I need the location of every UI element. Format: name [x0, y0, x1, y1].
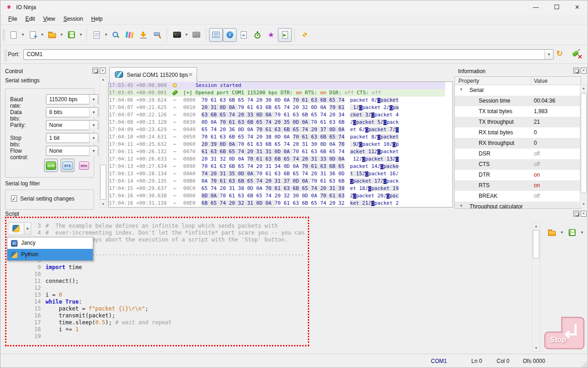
maximize-button[interactable] [546, 0, 567, 14]
table-row[interactable]: Session time00:04:36 [455, 96, 581, 106]
chevron-down-icon[interactable]: ▼ [459, 204, 463, 208]
table-row[interactable]: CTSoff [455, 159, 581, 170]
open-button[interactable] [45, 28, 59, 42]
log-row[interactable]: 17:04:10 +00:24.631←0050 70 61 63 6B 65 … [109, 133, 445, 141]
information-table-header[interactable]: Property Value [455, 77, 581, 85]
scroll-up-icon[interactable]: ▲ [100, 76, 107, 83]
table-row[interactable]: DTRon [455, 170, 581, 180]
scroll-up-icon[interactable]: ▲ [580, 85, 587, 92]
close-port-icon[interactable]: ✕ [571, 50, 582, 59]
terminal-dropdown[interactable]: ▼ [184, 28, 189, 42]
menu-item-python[interactable]: Python [7, 249, 93, 260]
bookmark-button[interactable]: ★ [264, 28, 278, 42]
highlight-button[interactable] [123, 28, 136, 42]
chevron-down-icon[interactable]: ▼ [89, 133, 98, 143]
log-navigate-button[interactable]: « [237, 28, 250, 42]
resize-grip[interactable] [581, 361, 587, 367]
log-row[interactable]: 17:04:16 +00:31.138←00E0 6B 65 74 20 32 … [109, 200, 445, 207]
log-row[interactable]: 17:04:15 +00:29.637←00C0 65 74 20 31 38 … [109, 185, 445, 192]
timer-button[interactable] [250, 28, 264, 42]
log-row[interactable]: 17:04:13 +00:27.634←0090 70 61 63 6B 65 … [109, 163, 445, 170]
script-language-button[interactable] [8, 222, 24, 235]
menu-edit[interactable]: Edit [21, 14, 39, 23]
field-combobox[interactable]: 1 bit▼ [46, 133, 98, 143]
log-row[interactable]: 17:04:09 +00:23.629←0040 65 74 20 36 0D … [109, 126, 445, 133]
import-log-button[interactable] [136, 28, 150, 42]
new-session-button[interactable]: + [26, 28, 40, 42]
table-row[interactable]: BREAKoff [455, 191, 581, 201]
log-row[interactable]: 17:04:07 +00:21.625←0010 20 31 0D 0A 70 … [109, 104, 445, 111]
tab-serial-session[interactable]: Serial COM1 115200 bps ✕ [109, 67, 197, 82]
log-row[interactable]: 17:03:45 +00:00.000Session started [109, 82, 445, 89]
serial-setting-changes-checkbox[interactable]: ✓ [11, 196, 17, 201]
menu-session[interactable]: Session [59, 14, 87, 23]
log-row[interactable]: 17:04:06 +00:20.624←0000 70 61 63 6B 65 … [109, 97, 445, 104]
close-panel-icon[interactable]: × [581, 68, 587, 74]
log-row[interactable]: 17:04:12 +00:26.633←0080 20 31 32 0D 0A … [109, 155, 445, 163]
log-row[interactable]: 17:04:08 +00:23.128←0030 0D 0A 70 61 63 … [109, 119, 445, 126]
toolbar-grip[interactable] [2, 29, 5, 41]
rts-toggle-button[interactable]: RTS [61, 159, 74, 172]
field-combobox[interactable]: 115200 bps▼ [46, 94, 98, 104]
value-column-header[interactable]: Value [534, 78, 548, 84]
save-dropdown[interactable]: ▼ [78, 28, 84, 42]
tab-close-icon[interactable]: ✕ [188, 71, 193, 78]
save-script-button[interactable] [565, 226, 578, 239]
chevron-down-icon[interactable]: ▼ [89, 95, 98, 104]
script-language-dropdown[interactable]: ▼ [24, 222, 31, 235]
new-file-dropdown[interactable]: ▼ [20, 28, 26, 42]
new-session-dropdown[interactable]: ▼ [40, 28, 45, 42]
stop-script-button[interactable]: Stop [543, 316, 586, 350]
field-combobox[interactable]: 8 bits▼ [46, 107, 98, 117]
menu-view[interactable]: View [39, 14, 59, 23]
brk-toggle-button[interactable]: BRK [77, 159, 91, 172]
table-row[interactable]: TX throughput21 [455, 117, 581, 127]
chevron-down-icon[interactable]: ▼ [459, 87, 463, 92]
log-row[interactable]: 17:04:14 +00:29.135←00B0 0A 70 61 63 6B … [109, 178, 445, 185]
toggle-information-panel-button[interactable]: i [223, 28, 237, 42]
port-dropdown-button[interactable]: ▼ [544, 50, 553, 59]
log-row[interactable]: 17:04:13 +00:28.134←00A0 74 20 31 35 0D … [109, 170, 445, 178]
chevron-down-icon[interactable]: ▼ [89, 121, 98, 130]
toggle-script-panel-button[interactable]: ▶ [278, 28, 292, 42]
chevron-down-icon[interactable]: ▼ [89, 146, 98, 156]
field-combobox[interactable]: None▼ [46, 146, 98, 156]
menu-file[interactable]: File [4, 14, 21, 23]
minimize-button[interactable]: — [526, 0, 546, 14]
scroll-down-icon[interactable]: ▼ [580, 201, 587, 207]
settings-button[interactable] [298, 28, 311, 42]
close-button[interactable]: ✕ [567, 0, 588, 14]
log-row[interactable]: 17:03:45 +00:00.001[+] Opened port COM1 … [109, 89, 445, 97]
chevron-down-icon[interactable]: ▼ [89, 108, 98, 117]
log-file-button[interactable] [90, 28, 103, 42]
log-row[interactable]: 17:04:07 +00:22.126←0020 63 6B 65 74 20 … [109, 111, 445, 119]
terminal-button[interactable]: >_ [170, 28, 184, 42]
table-row[interactable]: RTSon [455, 180, 581, 191]
scroll-down-icon[interactable]: ▼ [532, 345, 540, 351]
float-panel-icon[interactable] [573, 68, 579, 74]
table-row[interactable]: RX total bytes0 [455, 127, 581, 138]
float-panel-icon[interactable] [92, 68, 98, 74]
terminal-alt-button[interactable]: >_ [189, 28, 203, 42]
open-dropdown[interactable]: ▼ [59, 28, 64, 42]
table-row[interactable]: ▼Serial [455, 85, 581, 96]
table-row[interactable]: DSRoff [455, 149, 581, 159]
open-script-dropdown[interactable]: ▼ [559, 230, 565, 235]
log-row[interactable]: 17:04:11 +00:25.632←0060 20 39 0D 0A 70 … [109, 141, 445, 148]
toggle-control-panel-button[interactable] [209, 28, 223, 42]
control-scrollbar[interactable]: ▲ ▼ [99, 76, 107, 208]
property-column-header[interactable]: Property [458, 78, 479, 84]
save-button[interactable] [64, 28, 78, 42]
table-row[interactable]: ▼Throughput calculator [455, 201, 581, 209]
dtr-toggle-button[interactable]: DTR [44, 159, 58, 172]
save-script-dropdown[interactable]: ▼ [579, 230, 585, 235]
script-scrollbar[interactable]: ▲ ▼ [532, 223, 540, 352]
refresh-ports-icon[interactable]: ↻ [556, 49, 563, 58]
close-panel-icon[interactable]: × [100, 68, 106, 74]
float-panel-icon[interactable] [573, 211, 579, 217]
menu-help[interactable]: Help [87, 14, 107, 23]
menu-item-jancy[interactable]: JCJancy [7, 237, 93, 249]
log-row[interactable]: 17:04:16 +00:30.638←00D0 0D 0A 70 61 63 … [109, 192, 445, 200]
clear-log-button[interactable] [150, 28, 164, 42]
field-combobox[interactable]: None▼ [46, 120, 98, 130]
